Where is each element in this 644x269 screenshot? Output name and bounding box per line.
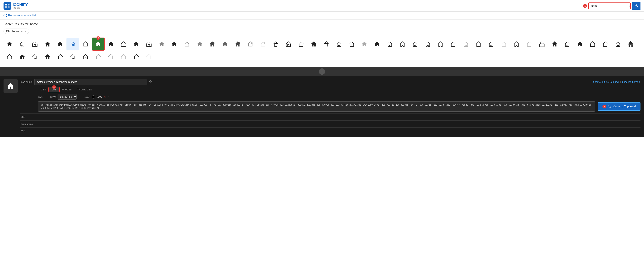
icon-cell[interactable]: [574, 38, 586, 50]
logo-area: ICONIFY .DESIGN: [4, 2, 28, 10]
icon-cell[interactable]: [67, 51, 79, 63]
icon-cell[interactable]: [257, 38, 269, 50]
icon-cell[interactable]: [42, 38, 54, 50]
icon-cell[interactable]: [54, 51, 66, 63]
icon-cell[interactable]: [4, 38, 16, 50]
icon-cell[interactable]: [612, 38, 624, 50]
icon-cell[interactable]: [80, 38, 92, 50]
icon-cell[interactable]: [498, 38, 510, 50]
icon-cell[interactable]: [523, 38, 535, 50]
svg-rect-1: [8, 4, 10, 6]
icon-cell[interactable]: [409, 38, 421, 50]
icon-cell[interactable]: [434, 38, 446, 50]
css-row: CSS: [20, 113, 640, 120]
tab-url[interactable]: 3 URL: [49, 87, 59, 92]
icon-cell[interactable]: [29, 51, 41, 63]
tab-unocss[interactable]: UnoCSS: [59, 87, 74, 92]
icon-cell[interactable]: [485, 38, 497, 50]
icon-cell-selected[interactable]: 2: [92, 38, 104, 50]
bottom-panel: Icon name: material-symbols-light:home-r…: [0, 76, 644, 137]
icon-cell[interactable]: [561, 38, 573, 50]
icon-cell[interactable]: [333, 38, 345, 50]
icon-cell[interactable]: [358, 38, 370, 50]
panel-right: Icon name: material-symbols-light:home-r…: [20, 79, 640, 135]
icon-cell[interactable]: [130, 51, 142, 63]
icon-cell[interactable]: [308, 38, 320, 50]
icon-name-label: Icon name:: [20, 81, 32, 83]
icon-cell[interactable]: [67, 38, 79, 50]
icon-cell[interactable]: [371, 38, 383, 50]
icon-cell[interactable]: [346, 38, 358, 50]
icon-cell[interactable]: [92, 51, 104, 63]
icon-cell[interactable]: [29, 38, 41, 50]
svg-rect-2: [5, 6, 7, 8]
icon-cell[interactable]: [194, 38, 206, 50]
icon-cell[interactable]: [625, 38, 636, 50]
icon-cell[interactable]: [143, 51, 155, 63]
icon-cell[interactable]: [80, 51, 92, 63]
icon-cell[interactable]: [460, 38, 472, 50]
icon-cell[interactable]: [105, 51, 117, 63]
icon-cell[interactable]: [54, 38, 66, 50]
svg-point-11: [264, 42, 265, 44]
nav-separator: |: [620, 80, 621, 84]
color-swatch[interactable]: [92, 95, 95, 99]
png-row: PNG: [20, 127, 640, 135]
icon-cell[interactable]: [42, 51, 54, 63]
icon-cell[interactable]: [232, 38, 244, 50]
icon-cell[interactable]: [130, 38, 142, 50]
search-clear-button[interactable]: ✕: [628, 4, 630, 8]
icon-cell[interactable]: [536, 38, 548, 50]
icon-cell[interactable]: [599, 38, 611, 50]
tab-tailwind[interactable]: Tailwind CSS: [74, 87, 94, 92]
show-more-button[interactable]: ⌄: [319, 68, 325, 75]
copy-to-clipboard-button[interactable]: 4 Copy to Clipboard: [598, 102, 640, 111]
logo-text: ICONIFY .DESIGN: [13, 3, 28, 9]
icon-cell[interactable]: [282, 38, 294, 50]
icon-cell[interactable]: [168, 38, 180, 50]
icon-cell[interactable]: [472, 38, 484, 50]
icon-cell[interactable]: [270, 38, 282, 50]
back-link[interactable]: ‹ Return to icon sets list: [4, 14, 36, 17]
size-select[interactable]: auto (24px): [58, 94, 76, 100]
search-button[interactable]: [632, 2, 640, 10]
icon-link-button[interactable]: [149, 80, 152, 84]
copy-btn-label: Copy to Clipboard: [613, 105, 636, 108]
bottom-rows: CSS Components PNG: [20, 113, 640, 135]
icon-cell[interactable]: [295, 38, 307, 50]
color-dropdown-icon[interactable]: ▾: [108, 96, 108, 98]
icon-cell[interactable]: [320, 38, 332, 50]
tab-css[interactable]: CSS: [38, 87, 49, 92]
nav-prev-link[interactable]: < home-outline-rounded: [592, 81, 619, 83]
icon-cell[interactable]: [156, 38, 168, 50]
svg-rect-21: [609, 106, 611, 108]
icon-cell[interactable]: [396, 38, 408, 50]
search-input[interactable]: [589, 3, 628, 9]
nav-next-link[interactable]: baseline-home >: [622, 81, 640, 83]
filter-button[interactable]: Filter by icon set ▾: [4, 29, 29, 34]
icon-cell[interactable]: [219, 38, 231, 50]
icon-cell[interactable]: [181, 38, 193, 50]
icon-cell[interactable]: [105, 38, 117, 50]
icon-cell[interactable]: [548, 38, 560, 50]
icon-cell[interactable]: [16, 38, 28, 50]
icon-cell[interactable]: [422, 38, 434, 50]
icon-cell[interactable]: [510, 38, 522, 50]
search-result-title: Search results for: home: [4, 22, 640, 26]
icon-cell[interactable]: [118, 51, 130, 63]
icon-cell[interactable]: [206, 38, 218, 50]
icon-cell[interactable]: [143, 38, 155, 50]
icon-cell[interactable]: [4, 51, 16, 63]
svg-label: SVG: [38, 96, 43, 98]
icon-cell[interactable]: [16, 51, 28, 63]
components-row-label: Components: [20, 122, 34, 126]
selected-badge: 2: [96, 36, 100, 40]
icon-name-select[interactable]: material-symbols-light:home-rounded: [34, 79, 147, 85]
icon-cell[interactable]: [244, 38, 256, 50]
icon-cell[interactable]: [447, 38, 459, 50]
icon-cell[interactable]: [118, 38, 130, 50]
icon-cell[interactable]: [384, 38, 396, 50]
color-clear-icon[interactable]: ✕: [104, 96, 106, 98]
controls-row: SVG Size: auto (24px) Color: #000 ✕ ▾: [38, 94, 640, 100]
icon-cell[interactable]: [586, 38, 598, 50]
